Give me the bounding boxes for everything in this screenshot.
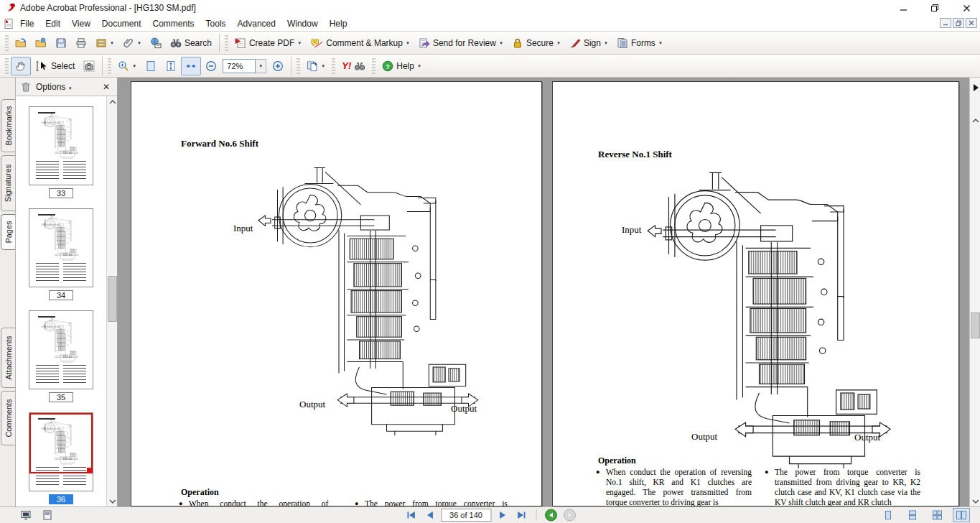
scroll-up-button[interactable]: [107, 96, 118, 107]
create-pdf-button[interactable]: Create PDF▼: [230, 34, 306, 52]
toolbar-grip[interactable]: [5, 58, 9, 74]
search-button[interactable]: Search: [166, 34, 216, 52]
sign-button[interactable]: Sign▼: [565, 34, 612, 52]
menu-comments[interactable]: Comments: [147, 17, 200, 30]
print-button[interactable]: [71, 34, 91, 52]
menu-advanced[interactable]: Advanced: [232, 17, 281, 30]
document-scroll-thumb[interactable]: [971, 313, 980, 338]
organizer-button[interactable]: ▼: [91, 34, 118, 52]
secure-button[interactable]: Secure▼: [508, 34, 565, 52]
thumbnail-item-36[interactable]: 36: [29, 412, 93, 504]
fit-height-button[interactable]: [161, 57, 181, 75]
menu-edit[interactable]: Edit: [39, 17, 66, 30]
restore-button[interactable]: [927, 1, 943, 14]
thumbnail-page-number[interactable]: 35: [49, 392, 73, 402]
email-button[interactable]: [146, 34, 166, 52]
page-view-indicator[interactable]: [29, 413, 93, 473]
save-button[interactable]: [51, 34, 71, 52]
zoom-value-input[interactable]: 72%: [223, 59, 256, 73]
mdi-close-button[interactable]: [966, 18, 977, 28]
hand-tool-button[interactable]: [11, 57, 31, 75]
close-button[interactable]: [958, 1, 974, 14]
menu-help[interactable]: Help: [324, 17, 353, 30]
fit-width-button[interactable]: [181, 57, 201, 75]
chevron-up-icon: [109, 99, 116, 105]
fit-page-button[interactable]: [141, 57, 161, 75]
scroll-down-button[interactable]: [107, 496, 118, 506]
panel-scroll-thumb[interactable]: [108, 276, 117, 322]
last-page-button[interactable]: [514, 509, 528, 522]
thumbnail-item-34[interactable]: 34: [29, 208, 93, 300]
input-label: Input: [233, 223, 253, 234]
thumbnail-image[interactable]: [29, 412, 93, 491]
page-display-icon: [307, 60, 318, 72]
send-for-review-button[interactable]: Send for Review▼: [414, 34, 508, 52]
trash-icon[interactable]: [20, 81, 32, 93]
mini-text-lines: [36, 365, 86, 384]
menu-file[interactable]: File: [14, 17, 39, 30]
thumbnail-image[interactable]: [29, 208, 93, 287]
continuous-layout-button[interactable]: [904, 508, 921, 522]
zoom-out-button[interactable]: [201, 57, 221, 75]
scroll-up-button[interactable]: [970, 115, 980, 126]
mdi-minimize-button[interactable]: [940, 18, 951, 28]
help-button[interactable]: ?Help▼: [378, 57, 426, 75]
open-web-button[interactable]: [31, 34, 51, 52]
panel-scrollbar[interactable]: [106, 96, 117, 506]
facing-layout-button[interactable]: [953, 508, 970, 522]
zoom-dropdown-button[interactable]: ▼: [256, 59, 266, 73]
toolbar-grip[interactable]: [297, 58, 300, 74]
tab-comments[interactable]: Comments: [1, 391, 15, 445]
menu-document[interactable]: Document: [96, 17, 147, 30]
previous-view-button[interactable]: [543, 509, 558, 522]
page-display-button[interactable]: ▼: [302, 57, 330, 75]
zoom-tool-button[interactable]: ▼: [113, 57, 141, 75]
tab-bookmarks[interactable]: Bookmarks: [1, 99, 15, 152]
thumbnail-image[interactable]: [29, 106, 93, 185]
pages-panel-header: Options ▼ ✕: [16, 78, 117, 96]
panel-close-button[interactable]: ✕: [100, 82, 113, 92]
thumbnail-item-33[interactable]: 33: [29, 106, 93, 198]
next-page-button[interactable]: [495, 509, 510, 522]
first-page-button[interactable]: [403, 509, 418, 522]
thumbnail-item-35[interactable]: 35: [29, 310, 93, 402]
menu-window[interactable]: Window: [281, 17, 324, 30]
open-button[interactable]: [11, 34, 31, 52]
tab-attachments[interactable]: Attachments: [1, 328, 15, 388]
scroll-down-button[interactable]: [970, 496, 980, 506]
tab-pages[interactable]: Pages: [1, 214, 15, 250]
zoom-in-button[interactable]: [268, 57, 288, 75]
document-scrollbar[interactable]: [969, 78, 980, 506]
toolbar-grip[interactable]: [108, 58, 111, 74]
select-tool-button[interactable]: Select: [31, 57, 79, 75]
toolbar-grip[interactable]: [332, 58, 335, 74]
snapshot-tool-button[interactable]: [79, 57, 99, 75]
reading-mode-icon[interactable]: [20, 509, 32, 521]
thumbnail-image[interactable]: [29, 310, 93, 389]
first-page-icon: [406, 511, 416, 519]
sign-pen-icon: [569, 37, 581, 49]
tab-signatures[interactable]: Signatures: [1, 155, 15, 211]
page-indicator-input[interactable]: 36 of 140: [441, 509, 491, 522]
next-view-button[interactable]: [562, 509, 577, 522]
thumbnail-page-number[interactable]: 36: [49, 494, 73, 504]
menu-view[interactable]: View: [66, 17, 96, 30]
minimize-button[interactable]: [895, 1, 911, 14]
comment-markup-button[interactable]: Comment & Markup▼: [306, 34, 414, 52]
continuous-facing-layout-button[interactable]: [928, 508, 946, 522]
mdi-restore-button[interactable]: [953, 18, 964, 28]
attach-button[interactable]: ▼: [118, 34, 146, 52]
previous-page-button[interactable]: [422, 509, 437, 522]
pane-toggle-button[interactable]: [970, 82, 980, 93]
single-page-layout-button[interactable]: [879, 508, 897, 522]
menu-tools[interactable]: Tools: [200, 17, 232, 30]
toolbar-grip[interactable]: [372, 58, 375, 74]
options-menu-button[interactable]: Options ▼: [36, 82, 73, 92]
forms-button[interactable]: Forms▼: [612, 34, 667, 52]
status-doc-icon[interactable]: [42, 509, 53, 521]
yahoo-search-button[interactable]: Y!: [337, 57, 370, 75]
toolbar-grip[interactable]: [225, 35, 228, 51]
toolbar-grip[interactable]: [5, 35, 9, 51]
thumbnail-page-number[interactable]: 33: [49, 188, 73, 198]
thumbnail-page-number[interactable]: 34: [49, 290, 73, 300]
